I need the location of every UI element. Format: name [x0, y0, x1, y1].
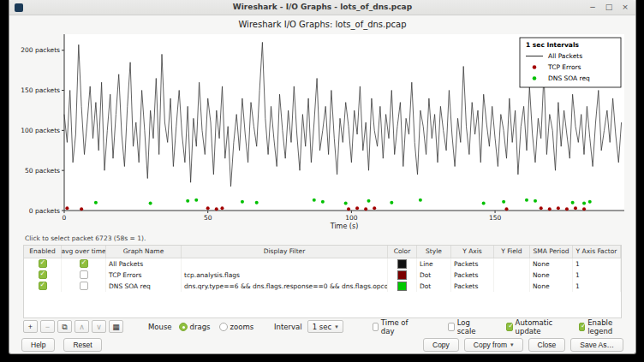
column-header-y-axis: Y Axis: [451, 246, 494, 258]
checkbox-label: Enable legend: [587, 318, 622, 335]
chevron-down-icon: ▾: [335, 323, 338, 330]
minimize-button[interactable]: −: [587, 2, 598, 13]
color-swatch[interactable]: [397, 282, 407, 291]
clear-graphs-button[interactable]: ▦: [109, 320, 123, 333]
radio-icon: [179, 323, 188, 331]
enabled-checkbox[interactable]: [39, 282, 47, 290]
chart-hint-text: Click to select packet 6723 (58s = 1).: [25, 234, 635, 242]
save-as-button[interactable]: Save As…: [570, 338, 623, 352]
y-tick-label: 50 packets: [25, 166, 60, 174]
mouse-drags-radio[interactable]: drags: [179, 323, 211, 331]
log-scale-checkbox[interactable]: Log scale: [448, 318, 479, 335]
avg-over-time-checkbox-cell: [62, 258, 106, 270]
duplicate-graph-button[interactable]: ⧉: [57, 320, 72, 333]
column-header-avg-over-time: avg over time: [62, 246, 106, 258]
column-header-sma-period: SMA Period: [530, 246, 573, 258]
window-title: Wireshark - I/O Graphs - lots_of_dns.pca…: [233, 3, 412, 11]
copy-button[interactable]: Copy: [423, 338, 459, 352]
help-button[interactable]: Help: [21, 338, 55, 352]
name-cell: DNS SOA req: [106, 281, 182, 292]
factor-cell: 1: [573, 281, 621, 292]
io-graphs-window: Wireshark - I/O Graphs - lots_of_dns.pca…: [9, 0, 636, 354]
legend-entry-label: DNS SOA req: [548, 74, 590, 82]
chevron-down-icon: ▾: [510, 341, 514, 348]
checkbox-icon: [579, 323, 585, 331]
name-cell: All Packets: [106, 258, 182, 270]
factor-cell: 1: [573, 258, 621, 270]
y-field-cell: [494, 281, 530, 292]
filter-cell: tcp.analysis.flags: [182, 270, 388, 281]
mouse-zooms-radio[interactable]: zooms: [219, 323, 254, 331]
y-tick-label: 100 packets: [21, 127, 60, 134]
mouse-label: Mouse: [148, 323, 172, 331]
avg-over-time-checkbox[interactable]: [80, 270, 88, 279]
checkbox-icon: [373, 323, 379, 331]
time-of-day-checkbox[interactable]: Time of day: [373, 318, 409, 335]
color-swatch[interactable]: [397, 270, 407, 280]
y-field-cell: [494, 270, 530, 281]
legend-entry-label: TCP Errors: [547, 63, 581, 71]
style-cell: Line: [417, 258, 451, 270]
remove-graph-button[interactable]: −: [40, 320, 55, 333]
avg-over-time-checkbox[interactable]: [80, 259, 88, 268]
color-swatch[interactable]: [397, 259, 407, 269]
interval-dropdown[interactable]: 1 sec ▾: [307, 320, 343, 333]
maximize-button[interactable]: □: [604, 2, 614, 13]
add-graph-button[interactable]: +: [23, 320, 38, 333]
sma-cell: None: [530, 281, 573, 292]
mouse-drags-label: drags: [190, 323, 211, 331]
y-axis-cell: Packets: [451, 258, 494, 270]
wireshark-window-icon: [15, 3, 23, 12]
column-header-y-axis-factor: Y Axis Factor: [573, 246, 621, 258]
y-field-cell: [494, 258, 530, 270]
enabled-checkbox-cell: [24, 270, 62, 281]
reset-button[interactable]: Reset: [63, 338, 101, 352]
name-cell: TCP Errors: [106, 270, 182, 281]
y-axis-cell: Packets: [451, 281, 494, 292]
color-cell: [388, 258, 417, 270]
titlebar[interactable]: Wireshark - I/O Graphs - lots_of_dns.pca…: [9, 0, 635, 15]
enabled-checkbox[interactable]: [39, 270, 47, 279]
y-tick-label: 200 packets: [21, 46, 60, 54]
graph-row-dns-soa-req[interactable]: DNS SOA reqdns.qry.type==6 && dns.flags.…: [24, 281, 621, 292]
close-button[interactable]: ×: [620, 2, 630, 13]
graph-row-all-packets[interactable]: All PacketsLinePacketsNone1: [24, 258, 621, 270]
chart-title: Wireshark I/O Graphs: lots_of_dns.pcap: [9, 20, 635, 29]
x-tick-label: 150: [489, 214, 502, 222]
close-button[interactable]: Close: [528, 338, 566, 352]
checkbox-label: Log scale: [457, 318, 480, 335]
move-up-button[interactable]: ∧: [75, 320, 89, 333]
radio-icon: [219, 323, 228, 331]
checkbox-icon: [448, 323, 454, 331]
style-cell: Dot: [417, 281, 451, 292]
enabled-checkbox[interactable]: [39, 259, 47, 268]
graphs-table: Enabledavg over timeGraph NameDisplay Fi…: [23, 245, 622, 319]
graphs-toolbar: +−⧉∧∨▦ Mouse dragszooms Interval 1 sec ▾…: [9, 318, 635, 335]
x-tick-label: 100: [345, 214, 358, 222]
graphs-table-header: Enabledavg over timeGraph NameDisplay Fi…: [24, 246, 621, 258]
column-header-display-filter: Display Filter: [182, 246, 388, 258]
avg-over-time-checkbox[interactable]: [80, 282, 88, 290]
x-tick-label: 50: [204, 214, 212, 222]
factor-cell: 1: [573, 270, 621, 281]
automatic-update-checkbox[interactable]: Automatic update: [506, 318, 558, 335]
graph-row-tcp-errors[interactable]: TCP Errorstcp.analysis.flagsDotPacketsNo…: [24, 270, 621, 281]
filter-cell: [182, 258, 388, 270]
legend-title: 1 sec Intervals: [526, 41, 579, 49]
y-tick-label: 0 packets: [29, 206, 60, 214]
sma-cell: None: [530, 270, 573, 281]
column-header-color: Color: [388, 246, 417, 258]
x-tick-label: 0: [63, 214, 67, 222]
dialog-footer: Help Reset Copy Copy from ▾ Close Save A…: [9, 335, 635, 353]
column-header-enabled: Enabled: [24, 246, 62, 258]
enable-legend-checkbox[interactable]: Enable legend: [579, 318, 622, 335]
checkbox-label: Automatic update: [516, 318, 558, 335]
move-down-button[interactable]: ∨: [92, 320, 106, 333]
style-cell: Dot: [417, 270, 451, 281]
copy-from-button[interactable]: Copy from ▾: [464, 338, 523, 352]
column-header-graph-name: Graph Name: [106, 246, 182, 258]
column-header-y-field: Y Field: [494, 246, 530, 258]
enabled-checkbox-cell: [24, 281, 62, 292]
graphs-table-body: All PacketsLinePacketsNone1TCP Errorstcp…: [24, 258, 621, 292]
io-graph-chart[interactable]: 0 packets50 packets100 packets150 packet…: [18, 29, 629, 231]
